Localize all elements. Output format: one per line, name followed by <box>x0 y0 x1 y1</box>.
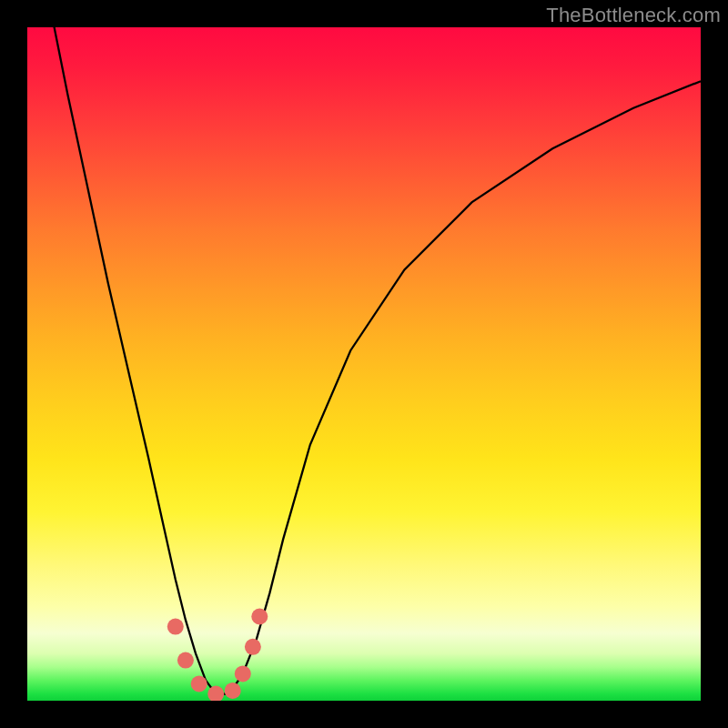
plot-area <box>27 27 701 701</box>
curve-marker <box>251 609 268 625</box>
curve-markers <box>167 609 268 702</box>
bottleneck-curve <box>27 27 701 694</box>
curve-marker <box>245 639 261 655</box>
curve-marker <box>191 676 207 693</box>
curve-layer <box>27 27 701 701</box>
curve-marker <box>235 665 251 682</box>
curve-marker <box>167 619 184 635</box>
chart-stage: TheBottleneck.com <box>0 0 728 728</box>
curve-marker <box>177 652 194 669</box>
watermark-text: TheBottleneck.com <box>546 4 721 27</box>
curve-marker <box>225 682 241 699</box>
